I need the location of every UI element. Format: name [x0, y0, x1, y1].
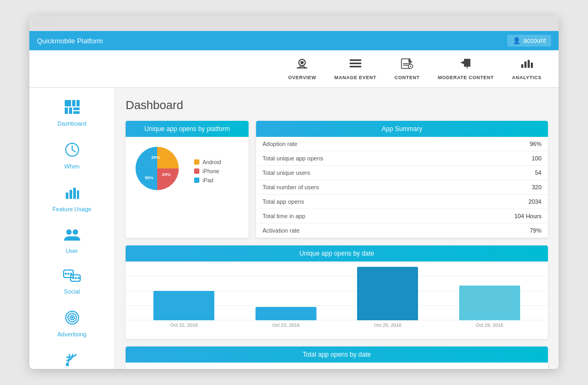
bar-label: Oct 23, 2016: [272, 322, 300, 328]
feature-usage-icon: [65, 185, 80, 204]
manage-event-icon: [349, 58, 362, 73]
analytics-icon: [520, 58, 533, 73]
nav-item-analytics[interactable]: ANALYTICS: [506, 55, 548, 83]
summary-row: Adoption rate96%: [256, 137, 548, 151]
sidebar-item-feature-usage[interactable]: Feature Usage: [29, 179, 114, 219]
bar-group: Oct 22, 2016: [133, 291, 235, 328]
sidebar-item-user[interactable]: User: [29, 221, 114, 260]
nav-label-analytics: ANALYTICS: [512, 75, 541, 80]
sidebar-item-advertising[interactable]: Advertising: [29, 304, 114, 344]
feed-icon: [65, 353, 79, 369]
when-icon: [65, 142, 80, 161]
sidebar-item-when[interactable]: When: [29, 136, 114, 176]
summary-row-label: Total number of users: [256, 180, 445, 195]
svg-rect-5: [350, 66, 361, 67]
summary-row-value: 96%: [445, 137, 548, 151]
summary-row-label: Total unique users: [256, 166, 445, 180]
summary-row-label: Total app opens: [256, 195, 445, 209]
summary-row: Total number of users320: [256, 180, 548, 195]
bar-group: Oct 25, 2016: [337, 267, 439, 328]
summary-title: App Summary: [256, 121, 548, 137]
pie-chart-card: Unique app opens by platform 25% 25%: [126, 121, 249, 238]
nav-item-manage-event[interactable]: MANAGE EVENT: [328, 55, 383, 83]
summary-row-value: 2034: [445, 195, 548, 209]
bar-chart-1: Oct 22, 2016 Oct 23, 2016 Oct 25, 2016 O…: [133, 269, 540, 328]
summary-row-value: 100: [445, 151, 548, 166]
social-icon: [63, 270, 81, 286]
svg-rect-23: [65, 107, 68, 114]
svg-point-41: [72, 277, 74, 279]
svg-rect-26: [73, 111, 80, 114]
sidebar-item-dashboard[interactable]: Dashboard: [29, 93, 114, 133]
legend-iphone: iPhone: [194, 168, 221, 174]
bar: [357, 267, 418, 320]
nav-bar: OVERVIEW MANAGE EVENT CONTENT MODERATE C…: [29, 50, 559, 88]
bar-label: Oct 25, 2016: [374, 322, 401, 328]
dashboard-icon: [64, 99, 80, 118]
sidebar-label-dashboard: Dashboard: [58, 120, 87, 127]
bar-chart-1-title: Unique app opens by date: [126, 245, 548, 261]
svg-rect-4: [350, 63, 361, 64]
pie-svg: [133, 144, 181, 192]
summary-row-label: Total unique app opens: [256, 151, 445, 166]
svg-rect-20: [65, 100, 71, 106]
bar-chart-2-card: Total app opens by date: [126, 346, 548, 369]
dashboard-area: Dashboard Unique app opens by platform: [115, 88, 559, 369]
summary-table: Adoption rate96%Total unique app opens10…: [256, 137, 548, 238]
bar-label: Oct 22, 2016: [170, 322, 198, 328]
bar-chart-1-card: Unique app opens by date Oct 22, 2016 Oc…: [126, 245, 548, 339]
svg-point-38: [67, 273, 69, 275]
pie-label-iphone: 25%: [162, 172, 171, 177]
summary-row: Total unique app opens100: [256, 151, 548, 166]
nav-label-overview: OVERVIEW: [288, 75, 316, 80]
sidebar-label-when: When: [64, 163, 80, 170]
pie-label-android: 25%: [151, 155, 160, 160]
nav-item-overview[interactable]: OVERVIEW: [282, 55, 322, 83]
svg-rect-33: [77, 190, 79, 199]
summary-row-label: Adoption rate: [256, 137, 445, 151]
sidebar-label-user: User: [66, 248, 78, 254]
pie-container: 25% 25% 50%: [133, 144, 187, 198]
dashboard-title: Dashboard: [126, 98, 548, 112]
sidebar: Dashboard When Feature Usage: [29, 88, 115, 369]
summary-row: Total time in app104 Hours: [256, 209, 548, 224]
sidebar-label-advertising: Advertising: [57, 331, 86, 337]
svg-rect-30: [66, 192, 68, 199]
sidebar-item-social[interactable]: Social: [29, 263, 114, 301]
nav-item-moderate-content[interactable]: MODERATE CONTENT: [431, 55, 500, 83]
nav-item-content[interactable]: CONTENT: [388, 55, 426, 83]
app-summary-card: App Summary Adoption rate96%Total unique…: [256, 121, 548, 238]
summary-row: Total app opens2034: [256, 195, 548, 209]
svg-rect-18: [528, 60, 530, 68]
moderate-content-icon: [459, 58, 473, 73]
pie-chart-title: Unique app opens by platform: [126, 121, 249, 137]
svg-point-37: [65, 273, 67, 275]
browser-window: Quickmobile Platform 👤 account OVERVIEW …: [29, 16, 559, 369]
summary-row: Activation rate79%: [256, 224, 548, 238]
nav-label-moderate-content: MODERATE CONTENT: [438, 75, 494, 80]
svg-rect-21: [72, 100, 75, 106]
svg-point-42: [75, 277, 77, 279]
svg-rect-17: [524, 61, 527, 68]
svg-marker-13: [460, 61, 464, 64]
bar-group: Oct 23, 2016: [235, 307, 337, 328]
svg-rect-2: [297, 67, 307, 68]
svg-rect-24: [69, 107, 72, 114]
main-content: Dashboard When Feature Usage: [29, 88, 559, 369]
sidebar-item-feed[interactable]: [29, 346, 114, 369]
svg-point-47: [71, 317, 73, 319]
account-label: account: [523, 37, 546, 44]
legend-label-iphone: iPhone: [203, 168, 219, 174]
svg-rect-32: [73, 188, 76, 199]
bar-chart-2-body: [126, 363, 548, 369]
legend-android: Android: [194, 159, 221, 165]
svg-rect-25: [73, 107, 80, 110]
summary-row-label: Activation rate: [256, 224, 445, 238]
grid-line: [126, 261, 548, 262]
bar-group: Oct 29, 2016: [439, 286, 541, 328]
summary-row-label: Total time in app: [256, 209, 445, 224]
svg-point-34: [66, 229, 72, 235]
svg-rect-3: [350, 59, 361, 61]
browser-dot-red: [35, 21, 40, 26]
account-button[interactable]: 👤 account: [507, 35, 551, 47]
